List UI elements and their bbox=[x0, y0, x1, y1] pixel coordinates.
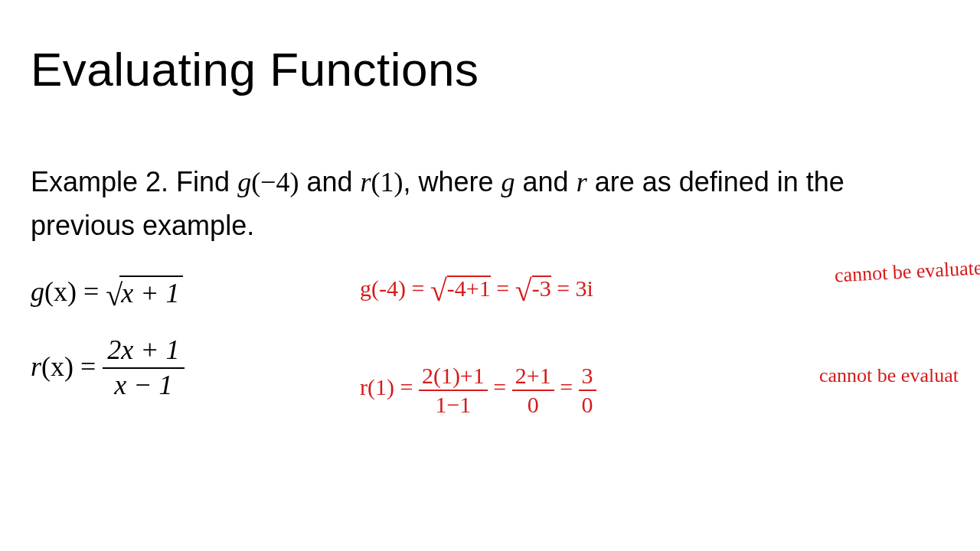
handwriting-g-work: g(-4) = √-4+1 = √-3 = 3i bbox=[360, 276, 593, 306]
math-arg: (1) bbox=[371, 167, 403, 197]
denominator: x − 1 bbox=[103, 369, 184, 401]
text: and bbox=[299, 166, 360, 197]
sqrt-icon: √ bbox=[515, 276, 532, 306]
eq: = bbox=[496, 276, 514, 301]
math-arg: (−4) bbox=[251, 167, 299, 197]
fn-arg: (x) = bbox=[41, 351, 103, 382]
eq: = bbox=[560, 374, 578, 399]
numerator: 2+1 bbox=[512, 364, 554, 391]
hw-lhs: r(1) = bbox=[360, 374, 419, 399]
numerator: 3 bbox=[579, 364, 596, 391]
handwriting-g-note: cannot be evaluated bbox=[834, 256, 980, 288]
formula-r: r(x) = 2x + 1x − 1 bbox=[31, 337, 185, 402]
fn-arg: (x) = bbox=[44, 276, 106, 307]
sqrt-body: -4+1 bbox=[447, 276, 491, 300]
numerator: 2(1)+1 bbox=[419, 364, 488, 391]
denominator: 1−1 bbox=[419, 391, 488, 417]
math-r: r bbox=[577, 167, 587, 197]
handwriting-r-work: r(1) = 2(1)+11−1 = 2+10 = 30 bbox=[360, 364, 596, 416]
hw-lhs: g(-4) = bbox=[360, 276, 430, 301]
fn-name: g bbox=[31, 276, 44, 307]
math-g: g bbox=[237, 167, 251, 197]
math-g: g bbox=[501, 167, 515, 197]
sqrt-body: x + 1 bbox=[119, 276, 182, 309]
handwriting-r-note: cannot be evaluat bbox=[819, 364, 959, 389]
example-prompt: Example 2. Find g(−4) and r(1), where g … bbox=[31, 161, 949, 247]
text: and bbox=[515, 166, 577, 197]
text: Example 2. Find bbox=[31, 166, 237, 197]
eq: = 3i bbox=[557, 276, 593, 301]
slide: Evaluating Functions Example 2. Find g(−… bbox=[0, 0, 980, 551]
fn-name: r bbox=[31, 351, 41, 382]
sqrt-body: -3 bbox=[532, 276, 551, 300]
formula-g: g(x) = √x + 1 bbox=[31, 276, 183, 313]
text: , where bbox=[403, 166, 501, 197]
eq: = bbox=[493, 374, 511, 399]
sqrt: √x + 1 bbox=[106, 276, 182, 313]
fraction: 2x + 1x − 1 bbox=[103, 335, 184, 400]
numerator: 2x + 1 bbox=[103, 335, 184, 369]
sqrt-icon: √ bbox=[430, 276, 447, 306]
fraction: 2+10 bbox=[512, 364, 554, 416]
denominator: 0 bbox=[579, 391, 596, 417]
math-r: r bbox=[360, 167, 371, 197]
fraction: 30 bbox=[579, 364, 596, 416]
slide-title: Evaluating Functions bbox=[31, 42, 479, 96]
fraction: 2(1)+11−1 bbox=[419, 364, 488, 416]
denominator: 0 bbox=[512, 391, 554, 417]
